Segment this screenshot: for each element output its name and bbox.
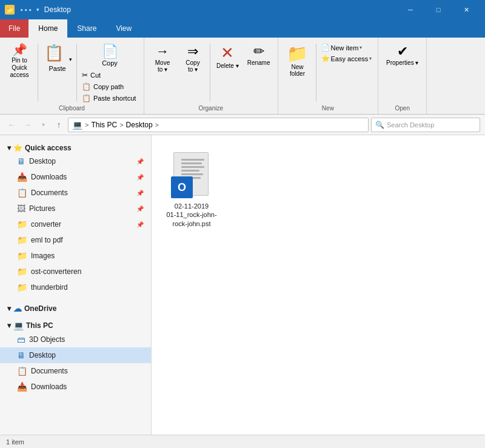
clipboard-content: 📌 Pin to Quickaccess 📋 ▾ Paste � xyxy=(4,40,140,104)
new-item-label: New item xyxy=(331,44,359,52)
tab-view[interactable]: View xyxy=(106,19,141,38)
organize-content: → Moveto ▾ ⇒ Copyto ▾ ✕ Delete ▾ ✏ Renam… xyxy=(148,40,274,104)
paste-dropdown[interactable]: ▾ xyxy=(67,41,74,65)
quick-access-section[interactable]: ▾ ⭐ Quick access xyxy=(0,140,151,153)
pin-label: Pin to Quickaccess xyxy=(7,57,32,79)
ribbon-tabs: File Home Share View xyxy=(0,19,485,38)
tab-file[interactable]: File xyxy=(0,19,28,38)
recent-locations-button[interactable]: ▾ xyxy=(36,118,50,132)
easy-access-button[interactable]: ⭐ Easy access ▾ xyxy=(319,53,375,64)
maximize-button[interactable]: □ xyxy=(424,0,452,19)
sidebar-item-documents[interactable]: 📋 Documents 📌 xyxy=(0,185,151,201)
close-button[interactable]: ✕ xyxy=(452,0,480,19)
paste-main[interactable]: 📋 xyxy=(41,41,67,65)
onedrive-label: OneDrive xyxy=(24,304,56,313)
cut-button[interactable]: ✂ Cut xyxy=(79,70,140,81)
this-pc-label: This PC xyxy=(26,321,53,330)
sidebar-item-pictures[interactable]: 🖼 Pictures 📌 xyxy=(0,201,151,216)
easy-access-label: Easy access xyxy=(331,55,369,62)
paste-shortcut-button[interactable]: 📋 Paste shortcut xyxy=(79,93,140,104)
tab-home[interactable]: Home xyxy=(28,19,67,38)
sidebar-3d-label: 3D Objects xyxy=(29,335,65,344)
properties-button[interactable]: ✔ Properties ▾ xyxy=(383,41,422,69)
delete-icon: ✕ xyxy=(221,44,234,62)
ribbon-group-clipboard: 📌 Pin to Quickaccess 📋 ▾ Paste � xyxy=(0,38,144,114)
new-label: New xyxy=(322,105,334,113)
new-content: 📁 Newfolder 📄 New item ▾ ⭐ Easy access ▾ xyxy=(282,40,375,104)
sidebar-documents-pc-label: Documents xyxy=(31,367,68,375)
downloads-pc-icon: 📥 xyxy=(17,382,27,392)
copy-button[interactable]: 📄 Copy xyxy=(79,42,140,68)
rename-button[interactable]: ✏ Rename xyxy=(244,41,274,69)
copy-path-button[interactable]: 📋 Copy path xyxy=(79,81,140,92)
pin-to-quick-access-button[interactable]: 📌 Pin to Quickaccess xyxy=(4,41,35,81)
sidebar-item-converter[interactable]: 📁 converter 📌 xyxy=(0,216,151,232)
onedrive-section[interactable]: ▾ ☁ OneDrive xyxy=(0,300,151,315)
sidebar-item-desktop-pc[interactable]: 🖥 Desktop xyxy=(0,347,151,363)
quick-access-chevron: ▾ xyxy=(7,144,11,152)
new-folder-button[interactable]: 📁 Newfolder xyxy=(282,41,313,79)
address-bar[interactable]: 💻 > This PC > Desktop > xyxy=(68,118,369,132)
sidebar-eml-label: eml to pdf xyxy=(31,236,63,244)
sidebar-item-eml-to-pdf[interactable]: 📁 eml to pdf xyxy=(0,232,151,248)
tab-share[interactable]: Share xyxy=(67,19,106,38)
desktop-icon: 🖥 xyxy=(17,156,25,166)
copy-path-label: Copy path xyxy=(93,83,124,90)
scissors-icon: ✂ xyxy=(82,71,88,79)
pictures-icon: 🖼 xyxy=(17,204,25,213)
sidebar-images-label: Images xyxy=(31,252,55,260)
sidebar-item-ost-converteren[interactable]: 📁 ost-converteren xyxy=(0,264,151,279)
minimize-button[interactable]: ─ xyxy=(396,0,424,19)
converter-icon: 📁 xyxy=(17,219,27,229)
sidebar-item-downloads[interactable]: 📥 Downloads 📌 xyxy=(0,169,151,185)
breadcrumb-this-pc[interactable]: This PC xyxy=(91,121,117,129)
sidebar-item-thunderbird[interactable]: 📁 thunderbird xyxy=(0,279,151,295)
rename-icon: ✏ xyxy=(253,44,264,59)
copy-to-button[interactable]: ⇒ Copyto ▾ xyxy=(178,41,207,75)
breadcrumb-sep2: > xyxy=(119,121,123,129)
breadcrumb-desktop[interactable]: Desktop xyxy=(126,121,153,129)
sidebar-item-downloads-pc[interactable]: 📥 Downloads xyxy=(0,379,151,395)
sidebar: ▾ ⭐ Quick access 🖥 Desktop 📌 📥 Downloads… xyxy=(0,135,152,448)
paste-button[interactable]: 📋 ▾ xyxy=(41,41,74,65)
move-to-button[interactable]: → Moveto ▾ xyxy=(148,41,177,75)
main-area: ▾ ⭐ Quick access 🖥 Desktop 📌 📥 Downloads… xyxy=(0,135,485,448)
paste-section: 📋 ▾ Paste xyxy=(41,41,74,72)
back-button[interactable]: ← xyxy=(5,118,18,132)
sidebar-item-documents-pc[interactable]: 📋 Documents xyxy=(0,363,151,379)
sidebar-pictures-label: Pictures xyxy=(29,204,55,213)
pst-icon: O xyxy=(171,150,212,198)
paste-shortcut-label: Paste shortcut xyxy=(93,95,136,102)
sidebar-item-images[interactable]: 📁 Images xyxy=(0,248,151,264)
sidebar-item-desktop[interactable]: 🖥 Desktop 📌 xyxy=(0,153,151,169)
quick-access-dropdown[interactable]: ▾ xyxy=(36,7,39,13)
search-bar[interactable]: 🔍 Search Desktop xyxy=(371,118,480,132)
ribbon-group-open: ✔ Properties ▾ Open xyxy=(378,38,427,114)
this-pc-section[interactable]: ▾ 💻 This PC xyxy=(0,317,151,332)
rename-label: Rename xyxy=(247,59,270,66)
pin-icon: 📌 xyxy=(12,44,27,56)
copy-icon: 📄 xyxy=(102,44,118,59)
onedrive-icon: ☁ xyxy=(13,304,22,313)
paste-icon: 📋 xyxy=(44,44,64,62)
pin-icon-downloads: 📌 xyxy=(136,174,144,181)
ribbon-group-new: 📁 Newfolder 📄 New item ▾ ⭐ Easy access ▾… xyxy=(278,38,379,114)
sidebar-item-3d-objects[interactable]: 🗃 3D Objects xyxy=(0,332,151,347)
file-item-pst[interactable]: O 02-11-201901-11_rock-john-rock-john.ps… xyxy=(161,145,222,233)
window-controls: ─ □ ✕ xyxy=(396,0,480,19)
this-pc-chevron: ▾ xyxy=(7,321,11,330)
ribbon: 📌 Pin to Quickaccess 📋 ▾ Paste � xyxy=(0,38,485,115)
documents-icon: 📋 xyxy=(17,188,27,198)
up-button[interactable]: ↑ xyxy=(52,118,65,132)
move-label: Moveto ▾ xyxy=(155,59,170,73)
navigation-bar: ← → ▾ ↑ 💻 > This PC > Desktop > 🔍 Search… xyxy=(0,115,485,135)
new-item-button[interactable]: 📄 New item ▾ xyxy=(319,42,375,53)
content-area: O 02-11-201901-11_rock-john-rock-john.ps… xyxy=(152,135,485,448)
paste-shortcut-icon: 📋 xyxy=(82,94,91,102)
easy-access-arrow: ▾ xyxy=(369,56,372,61)
pin-icon-documents: 📌 xyxy=(136,190,144,196)
breadcrumb-sep1: > xyxy=(85,121,89,129)
forward-button[interactable]: → xyxy=(21,118,34,132)
delete-button[interactable]: ✕ Delete ▾ xyxy=(213,41,242,72)
organize-label: Organize xyxy=(198,105,223,113)
